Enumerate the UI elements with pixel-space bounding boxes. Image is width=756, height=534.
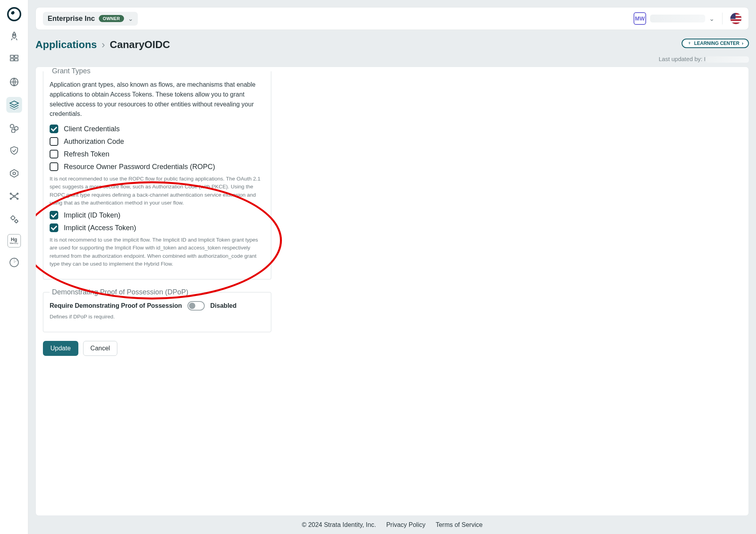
sidebar-globe-icon[interactable] [6,74,22,90]
sidebar-layers-icon[interactable] [6,97,22,113]
implicit-note: It is not recommend to use the implicit … [50,236,265,268]
svg-rect-2 [10,59,14,61]
update-button[interactable]: Update [43,341,78,356]
sidebar-shield-icon[interactable] [6,143,22,158]
svg-rect-1 [15,55,18,57]
svg-point-14 [689,42,690,43]
topbar: Enterprise Inc OWNER ⌄ MW ⌄ [35,7,749,30]
footer: © 2024 Strata Identity, Inc. Privacy Pol… [28,516,756,534]
checkbox-authorization-code[interactable] [50,137,58,146]
svg-rect-0 [10,55,14,57]
dpop-toggle-state: Disabled [210,302,237,309]
svg-point-12 [15,220,17,223]
grant-types-legend: Grant Types [50,67,93,75]
dpop-fieldset: Demonstrating Proof of Possession (DPoP)… [43,288,271,332]
sidebar-radar-icon[interactable] [6,255,22,270]
footer-privacy-link[interactable]: Privacy Policy [386,521,426,528]
svg-rect-3 [15,59,18,61]
grant-types-description: Application grant types, also known as f… [50,80,265,119]
learning-center-button[interactable]: LEARNING CENTER › [682,39,749,48]
chevron-right-icon: › [742,41,743,46]
grant-types-fieldset: Grant Types Application grant types, als… [43,67,271,279]
sidebar-dashboard-icon[interactable] [6,51,22,67]
sidebar-gears-icon[interactable] [6,211,22,227]
footer-copyright: © 2024 Strata Identity, Inc. [302,521,376,528]
last-updated: Last updated by: I [35,56,749,63]
cancel-button[interactable]: Cancel [83,341,118,356]
user-name-masked [650,15,705,22]
page-header: Applications › CanaryOIDC LEARNING CENTE… [35,39,749,51]
sidebar-hg-icon[interactable]: HgMercury [7,234,21,247]
user-menu[interactable]: MW ⌄ [634,12,714,25]
sidebar-target-icon[interactable] [6,166,22,181]
checkbox-implicit-id-token[interactable] [50,211,58,220]
breadcrumb-current: CanaryOIDC [110,39,170,51]
svg-point-5 [13,172,15,175]
dpop-toggle-label: Require Demonstrating Proof of Possessio… [50,302,182,309]
svg-point-11 [11,216,15,220]
sidebar-hexagons-icon[interactable] [6,120,22,136]
breadcrumb-root[interactable]: Applications [35,39,97,51]
sidebar: HgMercury [0,0,28,534]
locale-flag-icon[interactable] [730,13,741,24]
dpop-note: Defines if DPoP is required. [50,313,265,321]
dpop-toggle[interactable] [187,301,205,311]
checkbox-refresh-token[interactable] [50,150,58,158]
checkbox-implicit-access-token[interactable] [50,223,58,232]
breadcrumb-separator: › [102,39,105,51]
owner-badge: OWNER [99,15,124,22]
sidebar-rocket-icon[interactable] [6,28,22,44]
brand-logo-icon [7,7,21,21]
chevron-down-icon: ⌄ [709,15,714,22]
sidebar-network-icon[interactable] [6,188,22,204]
breadcrumb: Applications › CanaryOIDC [35,39,170,51]
chevron-down-icon: ⌄ [128,15,133,22]
org-switcher[interactable]: Enterprise Inc OWNER ⌄ [43,12,138,26]
content-card: Grant Types Application grant types, als… [35,67,749,516]
checkbox-client-credentials[interactable] [50,125,58,133]
checkbox-ropc[interactable] [50,162,58,171]
avatar: MW [634,12,646,25]
dpop-legend: Demonstrating Proof of Possession (DPoP) [50,288,191,296]
action-buttons: Update Cancel [43,341,741,356]
ropc-note: It is not recommended to use the ROPC fl… [50,175,265,207]
org-name: Enterprise Inc [48,15,95,23]
footer-terms-link[interactable]: Terms of Service [435,521,482,528]
main: Enterprise Inc OWNER ⌄ MW ⌄ Applications… [28,0,756,534]
